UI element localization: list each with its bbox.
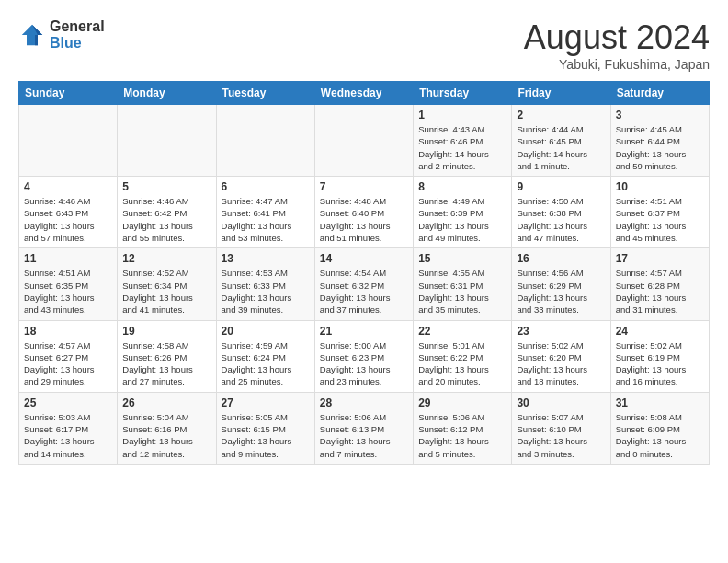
weekday-header-wednesday: Wednesday	[314, 82, 413, 105]
day-number: 10	[616, 180, 704, 193]
day-number: 24	[616, 325, 704, 338]
weekday-header-saturday: Saturday	[610, 82, 709, 105]
day-info: Sunrise: 4:46 AMSunset: 6:43 PMDaylight:…	[24, 195, 112, 244]
calendar-cell: 25Sunrise: 5:03 AMSunset: 6:17 PMDayligh…	[19, 392, 118, 464]
day-number: 25	[24, 396, 112, 409]
calendar-cell	[118, 105, 216, 177]
calendar-cell: 26Sunrise: 5:04 AMSunset: 6:16 PMDayligh…	[118, 392, 216, 464]
day-info: Sunrise: 4:46 AMSunset: 6:42 PMDaylight:…	[122, 195, 210, 244]
calendar-week-row: 18Sunrise: 4:57 AMSunset: 6:27 PMDayligh…	[19, 320, 710, 392]
day-info: Sunrise: 4:43 AMSunset: 6:46 PMDaylight:…	[418, 123, 506, 172]
calendar-week-row: 1Sunrise: 4:43 AMSunset: 6:46 PMDaylight…	[19, 105, 710, 177]
weekday-header-friday: Friday	[512, 82, 610, 105]
day-number: 15	[418, 252, 506, 265]
calendar-cell: 28Sunrise: 5:06 AMSunset: 6:13 PMDayligh…	[314, 392, 413, 464]
day-number: 28	[320, 396, 408, 409]
day-number: 16	[517, 252, 605, 265]
logo-text: General Blue	[50, 18, 105, 51]
day-info: Sunrise: 4:56 AMSunset: 6:29 PMDaylight:…	[517, 267, 605, 316]
day-number: 1	[418, 109, 506, 121]
calendar-cell: 12Sunrise: 4:52 AMSunset: 6:34 PMDayligh…	[118, 248, 216, 320]
day-number: 9	[517, 180, 605, 193]
day-number: 6	[222, 180, 310, 193]
calendar-cell: 9Sunrise: 4:50 AMSunset: 6:38 PMDaylight…	[512, 177, 610, 248]
day-number: 14	[320, 252, 408, 265]
day-info: Sunrise: 5:06 AMSunset: 6:12 PMDaylight:…	[418, 411, 506, 460]
calendar-week-row: 4Sunrise: 4:46 AMSunset: 6:43 PMDaylight…	[19, 177, 710, 248]
calendar-cell	[216, 105, 314, 177]
location-subtitle: Yabuki, Fukushima, Japan	[524, 57, 710, 72]
weekday-header-tuesday: Tuesday	[216, 82, 314, 105]
day-info: Sunrise: 4:51 AMSunset: 6:37 PMDaylight:…	[616, 195, 704, 244]
logo-blue-text: Blue	[50, 35, 105, 52]
calendar-cell: 27Sunrise: 5:05 AMSunset: 6:15 PMDayligh…	[216, 392, 314, 464]
day-info: Sunrise: 5:02 AMSunset: 6:20 PMDaylight:…	[517, 339, 605, 388]
day-info: Sunrise: 4:48 AMSunset: 6:40 PMDaylight:…	[320, 195, 408, 244]
day-number: 5	[122, 180, 210, 193]
day-info: Sunrise: 4:44 AMSunset: 6:45 PMDaylight:…	[517, 123, 605, 172]
day-info: Sunrise: 5:01 AMSunset: 6:22 PMDaylight:…	[418, 339, 506, 388]
calendar-cell: 23Sunrise: 5:02 AMSunset: 6:20 PMDayligh…	[512, 320, 610, 392]
day-info: Sunrise: 5:04 AMSunset: 6:16 PMDaylight:…	[122, 411, 210, 460]
day-info: Sunrise: 4:53 AMSunset: 6:33 PMDaylight:…	[222, 267, 310, 316]
day-number: 26	[122, 396, 210, 409]
day-number: 7	[320, 180, 408, 193]
calendar-cell: 17Sunrise: 4:57 AMSunset: 6:28 PMDayligh…	[610, 248, 709, 320]
weekday-header-sunday: Sunday	[19, 82, 118, 105]
day-info: Sunrise: 5:05 AMSunset: 6:15 PMDaylight:…	[222, 411, 310, 460]
day-number: 29	[418, 396, 506, 409]
day-info: Sunrise: 5:03 AMSunset: 6:17 PMDaylight:…	[24, 411, 112, 460]
calendar-cell: 14Sunrise: 4:54 AMSunset: 6:32 PMDayligh…	[314, 248, 413, 320]
day-number: 27	[222, 396, 310, 409]
calendar-cell: 3Sunrise: 4:45 AMSunset: 6:44 PMDaylight…	[610, 105, 709, 177]
calendar-cell: 19Sunrise: 4:58 AMSunset: 6:26 PMDayligh…	[118, 320, 216, 392]
page-header: General Blue August 2024 Yabuki, Fukushi…	[18, 18, 710, 72]
calendar-cell: 8Sunrise: 4:49 AMSunset: 6:39 PMDaylight…	[414, 177, 512, 248]
day-number: 19	[122, 325, 210, 338]
day-info: Sunrise: 4:54 AMSunset: 6:32 PMDaylight:…	[320, 267, 408, 316]
calendar-cell: 16Sunrise: 4:56 AMSunset: 6:29 PMDayligh…	[512, 248, 610, 320]
day-info: Sunrise: 4:57 AMSunset: 6:28 PMDaylight:…	[616, 267, 704, 316]
calendar-cell: 10Sunrise: 4:51 AMSunset: 6:37 PMDayligh…	[610, 177, 709, 248]
day-info: Sunrise: 5:07 AMSunset: 6:10 PMDaylight:…	[517, 411, 605, 460]
day-info: Sunrise: 4:49 AMSunset: 6:39 PMDaylight:…	[418, 195, 506, 244]
calendar-cell: 22Sunrise: 5:01 AMSunset: 6:22 PMDayligh…	[414, 320, 512, 392]
calendar-cell: 31Sunrise: 5:08 AMSunset: 6:09 PMDayligh…	[610, 392, 709, 464]
day-info: Sunrise: 4:55 AMSunset: 6:31 PMDaylight:…	[418, 267, 506, 316]
day-info: Sunrise: 4:59 AMSunset: 6:24 PMDaylight:…	[222, 339, 310, 388]
day-info: Sunrise: 4:45 AMSunset: 6:44 PMDaylight:…	[616, 123, 704, 172]
weekday-header-thursday: Thursday	[414, 82, 512, 105]
calendar-cell: 2Sunrise: 4:44 AMSunset: 6:45 PMDaylight…	[512, 105, 610, 177]
calendar-cell: 24Sunrise: 5:02 AMSunset: 6:19 PMDayligh…	[610, 320, 709, 392]
calendar-table: SundayMondayTuesdayWednesdayThursdayFrid…	[18, 81, 710, 465]
calendar-cell: 30Sunrise: 5:07 AMSunset: 6:10 PMDayligh…	[512, 392, 610, 464]
weekday-header-row: SundayMondayTuesdayWednesdayThursdayFrid…	[19, 82, 710, 105]
day-number: 12	[122, 252, 210, 265]
day-number: 2	[517, 109, 605, 121]
calendar-cell	[19, 105, 118, 177]
month-title: August 2024	[524, 18, 710, 57]
day-number: 23	[517, 325, 605, 338]
calendar-cell: 1Sunrise: 4:43 AMSunset: 6:46 PMDaylight…	[414, 105, 512, 177]
calendar-cell: 11Sunrise: 4:51 AMSunset: 6:35 PMDayligh…	[19, 248, 118, 320]
day-number: 21	[320, 325, 408, 338]
day-info: Sunrise: 5:02 AMSunset: 6:19 PMDaylight:…	[616, 339, 704, 388]
day-number: 20	[222, 325, 310, 338]
calendar-cell: 6Sunrise: 4:47 AMSunset: 6:41 PMDaylight…	[216, 177, 314, 248]
logo-general-text: General	[50, 18, 105, 35]
day-number: 4	[24, 180, 112, 193]
calendar-cell: 29Sunrise: 5:06 AMSunset: 6:12 PMDayligh…	[414, 392, 512, 464]
day-number: 8	[418, 180, 506, 193]
calendar-cell: 21Sunrise: 5:00 AMSunset: 6:23 PMDayligh…	[314, 320, 413, 392]
logo-icon	[18, 21, 46, 49]
day-number: 30	[517, 396, 605, 409]
day-info: Sunrise: 5:00 AMSunset: 6:23 PMDaylight:…	[320, 339, 408, 388]
day-info: Sunrise: 4:47 AMSunset: 6:41 PMDaylight:…	[222, 195, 310, 244]
day-info: Sunrise: 5:06 AMSunset: 6:13 PMDaylight:…	[320, 411, 408, 460]
day-info: Sunrise: 4:51 AMSunset: 6:35 PMDaylight:…	[24, 267, 112, 316]
day-info: Sunrise: 4:52 AMSunset: 6:34 PMDaylight:…	[122, 267, 210, 316]
day-info: Sunrise: 4:57 AMSunset: 6:27 PMDaylight:…	[24, 339, 112, 388]
day-number: 13	[222, 252, 310, 265]
calendar-cell: 15Sunrise: 4:55 AMSunset: 6:31 PMDayligh…	[414, 248, 512, 320]
day-number: 31	[616, 396, 704, 409]
